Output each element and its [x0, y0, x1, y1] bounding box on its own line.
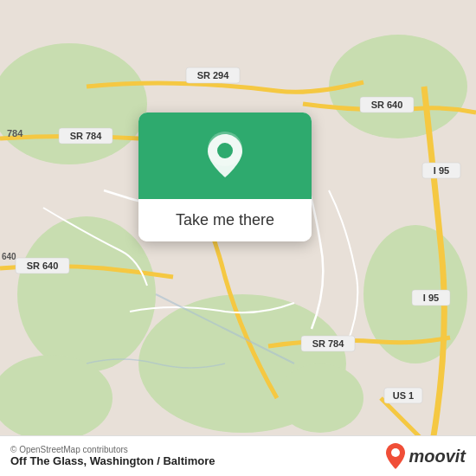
svg-text:784: 784 — [7, 128, 23, 138]
svg-text:SR 784: SR 784 — [70, 131, 103, 141]
svg-text:640: 640 — [2, 252, 16, 261]
location-label: Off The Glass, Washington / Baltimore — [10, 454, 215, 467]
location-pin-icon — [203, 130, 247, 182]
card-header — [138, 113, 312, 199]
svg-text:SR 640: SR 640 — [27, 261, 59, 271]
svg-point-3 — [17, 216, 156, 372]
map-container: SR 294 SR 784 SR 640 I 95 784 SR 640 640… — [0, 0, 476, 476]
svg-text:SR 640: SR 640 — [371, 100, 403, 110]
bottom-info: © OpenStreetMap contributors Off The Gla… — [10, 445, 215, 467]
svg-point-7 — [277, 363, 363, 433]
svg-text:I 95: I 95 — [423, 293, 439, 303]
moovit-logo: moovit — [386, 443, 466, 469]
svg-text:US 1: US 1 — [393, 390, 414, 401]
svg-text:SR 294: SR 294 — [197, 70, 230, 80]
bottom-bar: © OpenStreetMap contributors Off The Gla… — [0, 435, 476, 476]
moovit-pin-icon — [386, 443, 405, 469]
location-card[interactable]: Take me there — [138, 113, 312, 241]
card-body[interactable]: Take me there — [138, 199, 312, 241]
moovit-text: moovit — [408, 447, 466, 466]
svg-text:I 95: I 95 — [434, 165, 449, 176]
attribution-text: © OpenStreetMap contributors — [10, 445, 215, 454]
svg-text:SR 784: SR 784 — [312, 338, 345, 349]
take-me-there-button[interactable]: Take me there — [176, 211, 274, 228]
svg-point-29 — [391, 448, 400, 457]
svg-point-28 — [217, 143, 233, 158]
